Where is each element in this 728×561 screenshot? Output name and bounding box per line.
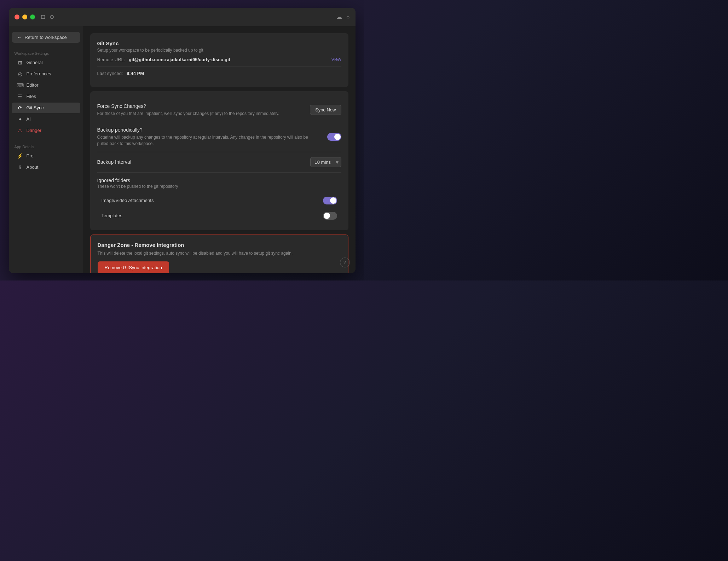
toggle-knob	[324, 213, 330, 219]
titlebar-right: ☁ ⟐	[336, 13, 350, 20]
sidebar-item-label: Git Sync	[27, 105, 44, 110]
sidebar-item-label: Danger	[27, 128, 42, 133]
cloud-icon[interactable]: ☁	[336, 13, 342, 20]
sidebar-item-label: Editor	[27, 82, 39, 88]
git-sync-header-card: Git Sync Setup your workspace to be peri…	[90, 33, 348, 87]
preferences-icon: ◎	[17, 71, 23, 77]
last-synced-group: Last synced: 9:44 PM	[97, 70, 144, 76]
view-link[interactable]: View	[331, 57, 341, 62]
git-sync-title: Git Sync	[97, 40, 341, 46]
danger-zone-desc: This will delete the local git settings,…	[98, 251, 341, 256]
app-details-label: App Details	[9, 142, 83, 150]
last-synced-label: Last synced:	[97, 71, 123, 76]
force-sync-title: Force Sync Changes?	[97, 103, 310, 109]
about-icon: ℹ	[17, 164, 23, 170]
history-icon[interactable]: ⊙	[50, 13, 54, 20]
backup-desc: Octarine will backup any changes to the …	[97, 134, 310, 147]
traffic-lights	[15, 15, 35, 19]
workspace-settings-label: Workspace Settings	[9, 48, 83, 57]
force-sync-desc: For those of you that are impatient, we'…	[97, 110, 310, 117]
files-icon: ☰	[17, 94, 23, 99]
force-sync-left: Force Sync Changes? For those of you tha…	[97, 103, 310, 117]
backup-toggle[interactable]	[327, 133, 341, 141]
return-label: Return to workspace	[25, 35, 67, 40]
sidebar-item-label: Pro	[27, 153, 34, 158]
close-button[interactable]	[15, 15, 19, 19]
return-to-workspace-button[interactable]: ← Return to workspace	[12, 32, 80, 43]
remote-url-label: Remote URL:	[97, 57, 125, 62]
sidebar-item-pro[interactable]: ⚡ Pro	[12, 151, 80, 161]
sidebar-item-label: General	[27, 60, 43, 65]
backup-interval-select-wrapper: 1 min 5 mins 10 mins 30 mins 1 hour	[310, 157, 341, 167]
titlebar: ⊡ ⊙ ☁ ⟐	[9, 8, 356, 26]
tag-icon[interactable]: ⟐	[346, 14, 350, 20]
force-sync-card: Force Sync Changes? For those of you tha…	[90, 91, 348, 230]
general-icon: ⊞	[17, 60, 23, 65]
toggle-knob	[330, 197, 336, 204]
toggle-knob	[334, 134, 341, 140]
editor-icon: ⌨	[17, 82, 23, 88]
sync-now-button[interactable]: Sync Now	[310, 105, 341, 115]
ignored-folders-title: Ignored folders	[97, 178, 341, 183]
remote-url-label-group: Remote URL: git@github.com:rajatkulkarni…	[97, 56, 230, 63]
ai-icon: ✦	[17, 116, 23, 122]
git-sync-subtitle: Setup your workspace to be periodically …	[97, 48, 341, 53]
main-layout: ← Return to workspace Workspace Settings…	[9, 26, 356, 273]
maximize-button[interactable]	[30, 15, 35, 19]
sidebar-item-preferences[interactable]: ◎ Preferences	[12, 69, 80, 79]
danger-zone-title: Danger Zone - Remove Integration	[98, 242, 341, 248]
minimize-button[interactable]	[22, 15, 27, 19]
ignored-item-templates: Templates	[97, 208, 341, 223]
app-window: ⊡ ⊙ ☁ ⟐ ← Return to workspace Workspace …	[9, 8, 356, 273]
last-synced-row: Last synced: 9:44 PM	[97, 66, 341, 80]
backup-left: Backup periodically? Octarine will backu…	[97, 127, 327, 147]
git-sync-icon: ⟳	[17, 105, 23, 111]
force-sync-row: Force Sync Changes? For those of you tha…	[97, 98, 341, 122]
danger-zone-card: Danger Zone - Remove Integration This wi…	[90, 235, 348, 273]
sidebar-item-ai[interactable]: ✦ AI	[12, 114, 80, 125]
sidebar-item-editor[interactable]: ⌨ Editor	[12, 80, 80, 91]
backup-interval-row: Backup Interval 1 min 5 mins 10 mins 30 …	[97, 152, 341, 173]
back-arrow-icon: ←	[17, 35, 22, 40]
help-button[interactable]: ?	[340, 258, 350, 267]
backup-interval-select[interactable]: 1 min 5 mins 10 mins 30 mins 1 hour	[310, 157, 341, 167]
sidebar-item-label: AI	[27, 116, 31, 122]
sidebar-item-label: Files	[27, 94, 36, 99]
content-area: Git Sync Setup your workspace to be peri…	[83, 26, 356, 273]
last-synced-value: 9:44 PM	[127, 71, 144, 76]
sidebar-item-git-sync[interactable]: ⟳ Git Sync	[12, 103, 80, 113]
content-wrapper: Git Sync Setup your workspace to be peri…	[83, 26, 356, 273]
ignored-templates-label: Templates	[102, 213, 122, 218]
ignored-folders-section: Ignored folders These won't be pushed to…	[97, 173, 341, 223]
remote-url-row: Remote URL: git@github.com:rajatkulkarni…	[97, 53, 341, 66]
ignored-folders-subtitle: These won't be pushed to the git reposit…	[97, 184, 341, 189]
sidebar-item-danger[interactable]: ⚠ Danger	[12, 125, 80, 136]
attachments-toggle[interactable]	[323, 197, 337, 204]
titlebar-icons: ⊡ ⊙	[41, 13, 54, 20]
remove-gitsync-button[interactable]: Remove GitSync Integration	[98, 261, 169, 273]
danger-icon: ⚠	[17, 128, 23, 133]
backup-title: Backup periodically?	[97, 127, 327, 133]
pro-icon: ⚡	[17, 153, 23, 159]
sidebar-item-general[interactable]: ⊞ General	[12, 57, 80, 68]
ignored-item-attachments: Image/Video Attachments	[97, 193, 341, 208]
sidebar: ← Return to workspace Workspace Settings…	[9, 26, 83, 273]
sidebar-item-about[interactable]: ℹ About	[12, 162, 80, 173]
backup-interval-label: Backup Interval	[97, 159, 132, 165]
remote-url-value: git@github.com:rajatkulkarni95/curly-dis…	[129, 57, 230, 62]
sidebar-item-label: Preferences	[27, 71, 51, 76]
backup-row: Backup periodically? Octarine will backu…	[97, 122, 341, 152]
sidebar-toggle-icon[interactable]: ⊡	[41, 13, 45, 20]
ignored-attachments-label: Image/Video Attachments	[102, 198, 154, 203]
templates-toggle[interactable]	[323, 212, 337, 220]
sidebar-item-files[interactable]: ☰ Files	[12, 91, 80, 102]
sidebar-item-label: About	[27, 164, 39, 170]
